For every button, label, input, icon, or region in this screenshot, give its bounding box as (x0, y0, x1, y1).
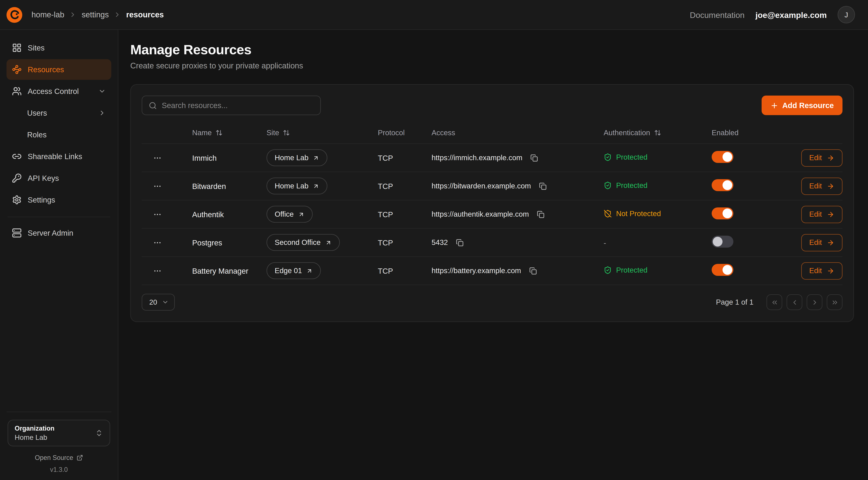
protocol-value: TCP (378, 266, 432, 275)
copy-icon (456, 239, 464, 246)
sidebar-item-label: Users (27, 109, 47, 117)
row-actions-button[interactable] (150, 179, 164, 193)
resources-waypoints-icon (12, 65, 22, 74)
table-row: Authentik Office TCP https://authentik.e… (142, 200, 842, 228)
sidebar-item-shareable-links[interactable]: Shareable Links (6, 146, 111, 167)
organization-picker[interactable]: Organization Home Lab (8, 420, 110, 446)
access-port: 5432 (432, 238, 448, 246)
previous-page-button[interactable] (786, 294, 802, 310)
site-link-button[interactable]: Office (267, 206, 313, 222)
copy-button[interactable] (528, 151, 541, 164)
edit-button[interactable]: Edit (801, 206, 842, 223)
sidebar-item-label: API Keys (28, 174, 59, 182)
copy-button[interactable] (453, 236, 466, 249)
copy-button[interactable] (536, 180, 549, 192)
sidebar-item-roles[interactable]: Roles (6, 124, 111, 145)
shield-check-icon (603, 153, 612, 161)
sidebar-item-access-control[interactable]: Access Control (6, 81, 111, 101)
auth-status: Protected (603, 266, 647, 274)
resources-card: Add Resource Name Site (130, 84, 854, 322)
row-actions-button[interactable] (150, 236, 164, 249)
enabled-toggle[interactable] (712, 264, 733, 276)
breadcrumb-settings-link[interactable]: settings (82, 10, 109, 19)
row-actions-button[interactable] (150, 207, 164, 221)
avatar[interactable]: J (838, 6, 855, 23)
edit-button[interactable]: Edit (801, 149, 842, 167)
site-name: Home Lab (275, 182, 309, 190)
open-source-label: Open Source (35, 454, 73, 461)
copy-button[interactable] (526, 264, 539, 277)
enabled-toggle[interactable] (712, 151, 733, 163)
plus-icon (770, 101, 778, 110)
sidebar-item-server-admin[interactable]: Server Admin (6, 222, 111, 243)
site-name: Office (275, 210, 294, 218)
arrow-up-right-icon (313, 155, 319, 161)
chevron-down-icon (98, 87, 106, 95)
site-name: Edge 01 (275, 267, 302, 275)
row-actions-button[interactable] (150, 264, 164, 278)
resource-name: Bitwarden (192, 182, 267, 190)
arrow-right-icon (827, 182, 834, 190)
copy-icon (537, 210, 545, 218)
arrow-right-icon (827, 210, 834, 218)
site-link-button[interactable]: Edge 01 (267, 262, 321, 279)
edit-label: Edit (809, 154, 822, 162)
sort-icon[interactable] (283, 129, 290, 136)
edit-button[interactable]: Edit (801, 234, 842, 251)
toggle-knob (713, 237, 722, 246)
ellipsis-icon (153, 182, 162, 190)
open-source-link[interactable]: Open Source (8, 454, 110, 461)
column-header-access: Access (432, 128, 455, 137)
card-footer: 20 Page 1 of 1 (142, 294, 842, 310)
chevron-right-icon (69, 11, 77, 19)
site-name: Second Office (275, 238, 321, 246)
edit-label: Edit (809, 238, 822, 246)
table-row: Postgres Second Office TCP 5432 - Edit (142, 228, 842, 256)
site-link-button[interactable]: Home Lab (267, 149, 328, 166)
search-icon (149, 101, 157, 110)
documentation-link[interactable]: Documentation (690, 10, 745, 19)
user-email[interactable]: joe@example.com (755, 10, 827, 19)
auth-label: Protected (616, 266, 647, 274)
breadcrumb-org-link[interactable]: home-lab (31, 10, 64, 19)
row-actions-button[interactable] (150, 151, 164, 165)
sidebar-item-settings[interactable]: Settings (6, 189, 111, 210)
auth-status: Protected (603, 153, 647, 161)
site-link-button[interactable]: Home Lab (267, 178, 328, 194)
chevrons-left-icon (771, 298, 778, 306)
column-header-authentication: Authentication (603, 128, 650, 137)
edit-label: Edit (809, 267, 822, 275)
sidebar-item-label: Roles (27, 130, 46, 139)
edit-button[interactable]: Edit (801, 177, 842, 195)
page-size-select[interactable]: 20 (142, 294, 175, 310)
add-resource-button[interactable]: Add Resource (762, 96, 842, 115)
sort-icon[interactable] (654, 129, 661, 136)
edit-button[interactable]: Edit (801, 262, 842, 279)
sidebar-item-api-keys[interactable]: API Keys (6, 168, 111, 188)
copy-button[interactable] (534, 208, 547, 221)
first-page-button[interactable] (767, 294, 782, 310)
site-link-button[interactable]: Second Office (267, 234, 340, 251)
enabled-toggle[interactable] (712, 207, 733, 219)
search-input[interactable] (162, 101, 314, 110)
sort-icon[interactable] (216, 129, 223, 136)
auth-label: Protected (616, 153, 647, 161)
ellipsis-icon (153, 210, 162, 219)
organization-value: Home Lab (14, 433, 55, 442)
sidebar-item-resources[interactable]: Resources (6, 59, 111, 80)
pangolin-logo-icon[interactable] (5, 6, 23, 23)
enabled-toggle[interactable] (712, 179, 733, 191)
edit-label: Edit (809, 210, 822, 218)
arrow-up-right-icon (325, 239, 332, 246)
copy-icon (539, 182, 547, 190)
sidebar-divider (8, 217, 110, 217)
next-page-button[interactable] (807, 294, 823, 310)
sidebar-item-users[interactable]: Users (6, 102, 111, 123)
last-page-button[interactable] (827, 294, 842, 310)
sidebar-item-sites[interactable]: Sites (6, 37, 111, 58)
resources-table: Name Site Protocol Access Authentication (142, 122, 842, 285)
organization-picker-text: Organization Home Lab (14, 425, 55, 442)
chevrons-up-down-icon (95, 429, 103, 437)
enabled-toggle[interactable] (712, 236, 733, 248)
auth-label: Not Protected (616, 209, 661, 217)
